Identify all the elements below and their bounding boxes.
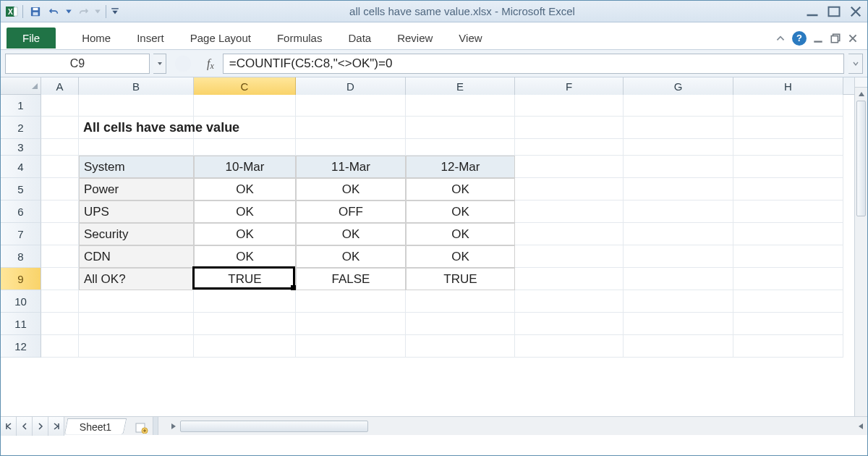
customize-qat-dropdown[interactable] (111, 4, 119, 20)
tab-home[interactable]: Home (69, 28, 124, 48)
worksheet-grid[interactable]: A B C D E F G H 123456789101112 All cell… (1, 77, 867, 435)
redo-dropdown[interactable] (94, 4, 101, 20)
minimize-button[interactable] (805, 5, 820, 18)
cell-C7[interactable]: OK (194, 223, 296, 245)
split-handle-icon[interactable] (855, 77, 867, 88)
svg-rect-5 (33, 12, 38, 14)
cell-C8[interactable]: OK (194, 245, 296, 268)
undo-button[interactable] (46, 4, 62, 20)
row-header-9[interactable]: 9 (1, 268, 41, 290)
vscroll-thumb[interactable] (856, 101, 866, 216)
sheet-tab-sheet1[interactable]: Sheet1 (64, 418, 127, 434)
formula-bar-buttons (175, 56, 191, 72)
row-header-11[interactable]: 11 (1, 313, 41, 335)
row-header-2[interactable]: 2 (1, 117, 41, 139)
row-header-10[interactable]: 10 (1, 290, 41, 313)
cell-E4[interactable]: 12-Mar (406, 156, 515, 178)
redo-button[interactable] (75, 4, 91, 20)
cell-B9[interactable]: All OK? (79, 268, 194, 290)
tab-formulas[interactable]: Formulas (264, 28, 336, 48)
cell-D8[interactable]: OK (296, 245, 406, 268)
row-header-8[interactable]: 8 (1, 245, 41, 268)
row-header-3[interactable]: 3 (1, 139, 41, 156)
name-box-dropdown[interactable] (153, 54, 166, 74)
cell-D4[interactable]: 11-Mar (296, 156, 406, 178)
help-button[interactable]: ? (792, 31, 807, 46)
cell-B5[interactable]: Power (79, 178, 194, 200)
scroll-right-button[interactable] (854, 420, 867, 433)
cell-E9[interactable]: TRUE (406, 268, 515, 290)
col-header-H[interactable]: H (733, 77, 843, 95)
col-header-F[interactable]: F (515, 77, 624, 95)
vscroll-track[interactable] (855, 101, 867, 422)
col-header-D[interactable]: D (296, 77, 406, 95)
cancel-formula-button[interactable] (175, 56, 191, 72)
cell-B8[interactable]: CDN (79, 245, 194, 268)
sheet-nav-last[interactable] (48, 417, 64, 436)
name-box[interactable]: C9 (5, 54, 150, 74)
close-button[interactable] (848, 5, 863, 18)
col-header-G[interactable]: G (624, 77, 733, 95)
cell-D7[interactable]: OK (296, 223, 406, 245)
tab-view[interactable]: View (446, 28, 495, 48)
tab-page-layout[interactable]: Page Layout (177, 28, 264, 48)
row-header-7[interactable]: 7 (1, 223, 41, 245)
cell-B6[interactable]: UPS (79, 200, 194, 223)
svg-text:X: X (8, 8, 13, 16)
tab-review[interactable]: Review (384, 28, 446, 48)
fx-icon[interactable]: fx (207, 57, 214, 70)
sheet-tabs: Sheet1 (66, 417, 153, 435)
cells-area[interactable]: All cells have same valueSystem10-Mar11-… (41, 95, 854, 435)
col-header-C[interactable]: C (194, 77, 296, 95)
cell-D6[interactable]: OFF (296, 200, 406, 223)
row-header-5[interactable]: 5 (1, 178, 41, 200)
sheet-nav-next[interactable] (33, 417, 48, 436)
cell-B2[interactable]: All cells have same value (79, 117, 441, 139)
row-header-6[interactable]: 6 (1, 200, 41, 223)
col-header-E[interactable]: E (406, 77, 515, 95)
row-header-1[interactable]: 1 (1, 95, 41, 117)
sheet-nav-prev[interactable] (17, 417, 33, 436)
cell-D5[interactable]: OK (296, 178, 406, 200)
cell-D9[interactable]: FALSE (296, 268, 406, 290)
column-headers: A B C D E F G H (1, 77, 854, 95)
select-all-corner[interactable] (1, 77, 41, 95)
new-sheet-button[interactable] (131, 421, 153, 435)
cell-C5[interactable]: OK (194, 178, 296, 200)
cell-E6[interactable]: OK (406, 200, 515, 223)
row-header-12[interactable]: 12 (1, 335, 41, 358)
cell-E8[interactable]: OK (406, 245, 515, 268)
col-header-A[interactable]: A (41, 77, 79, 95)
tab-insert[interactable]: Insert (124, 28, 177, 48)
hscroll-track[interactable] (180, 420, 854, 433)
file-tab[interactable]: File (7, 28, 56, 48)
sheet-nav (1, 417, 64, 435)
cell-E7[interactable]: OK (406, 223, 515, 245)
sheet-nav-first[interactable] (1, 417, 17, 436)
tab-data[interactable]: Data (335, 28, 384, 48)
cell-C4[interactable]: 10-Mar (194, 156, 296, 178)
scroll-left-button[interactable] (167, 420, 180, 433)
formula-bar-expand[interactable] (848, 54, 863, 74)
tab-split-handle[interactable] (153, 417, 158, 435)
scroll-up-button[interactable] (855, 88, 867, 101)
svg-rect-7 (807, 14, 818, 16)
col-header-B[interactable]: B (79, 77, 194, 95)
vertical-scrollbar[interactable] (854, 77, 867, 435)
workbook-minimize-button[interactable] (812, 33, 824, 44)
ribbon-minimize-icon[interactable] (775, 33, 786, 44)
hscroll-thumb[interactable] (180, 421, 368, 432)
cell-C6[interactable]: OK (194, 200, 296, 223)
maximize-button[interactable] (827, 5, 841, 18)
workbook-close-button[interactable] (847, 33, 859, 44)
cell-E5[interactable]: OK (406, 178, 515, 200)
cell-B4[interactable]: System (79, 156, 194, 178)
row-header-4[interactable]: 4 (1, 156, 41, 178)
save-button[interactable] (27, 4, 43, 20)
horizontal-scrollbar[interactable] (167, 417, 867, 435)
workbook-restore-button[interactable] (830, 33, 841, 44)
cell-C9[interactable]: TRUE (194, 268, 296, 290)
cell-B7[interactable]: Security (79, 223, 194, 245)
undo-dropdown[interactable] (65, 4, 72, 20)
formula-input[interactable]: =COUNTIF(C5:C8,"<>OK")=0 (223, 54, 844, 74)
